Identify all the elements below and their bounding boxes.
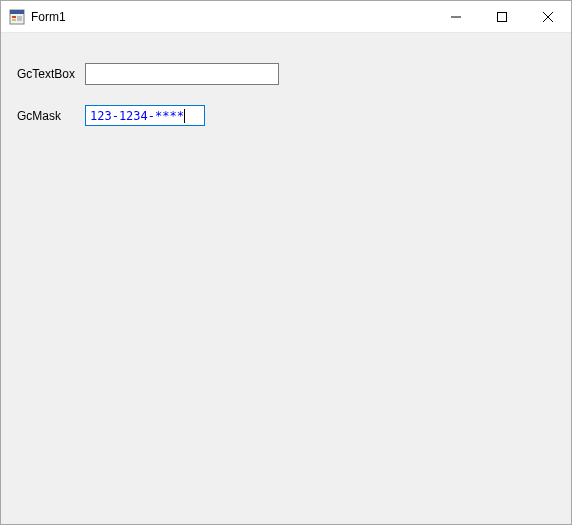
close-icon <box>543 12 553 22</box>
mask-row: GcMask 123-1234-**** <box>17 105 205 126</box>
svg-rect-1 <box>10 10 24 14</box>
svg-rect-6 <box>498 12 507 21</box>
gc-textbox-input[interactable] <box>85 63 279 85</box>
maximize-button[interactable] <box>479 1 525 32</box>
app-icon <box>9 9 25 25</box>
window-title: Form1 <box>31 10 66 24</box>
window-controls <box>433 1 571 32</box>
titlebar-left: Form1 <box>1 9 66 25</box>
mask-label: GcMask <box>17 109 85 123</box>
textbox-row: GcTextBox <box>17 63 279 85</box>
gc-mask-input[interactable]: 123-1234-**** <box>85 105 205 126</box>
svg-rect-4 <box>17 16 22 21</box>
maximize-icon <box>497 12 507 22</box>
client-area: GcTextBox GcMask 123-1234-**** <box>1 33 571 524</box>
textbox-label: GcTextBox <box>17 67 85 81</box>
titlebar[interactable]: Form1 <box>1 1 571 33</box>
svg-rect-3 <box>12 19 16 21</box>
minimize-icon <box>451 12 461 22</box>
text-caret <box>184 109 185 123</box>
svg-rect-2 <box>12 16 16 18</box>
window-frame: Form1 GcTextBox <box>0 0 572 525</box>
mask-value-text: 123-1234-**** <box>90 109 184 123</box>
close-button[interactable] <box>525 1 571 32</box>
minimize-button[interactable] <box>433 1 479 32</box>
